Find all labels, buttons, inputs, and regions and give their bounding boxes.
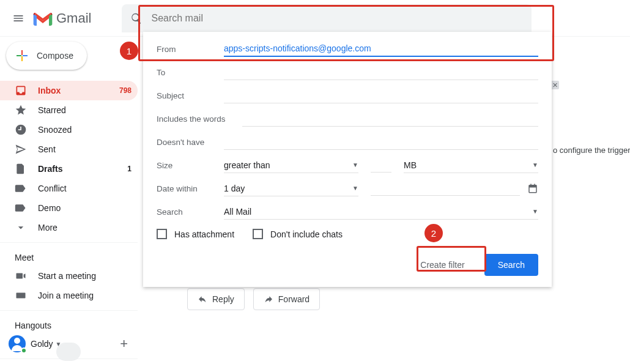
advanced-search-panel: From To Subject Includes the words Doesn… [143,32,552,287]
from-input[interactable] [224,41,538,57]
gmail-logo[interactable]: Gmail [33,10,91,26]
nav-demo[interactable]: Demo [0,198,138,218]
doesnt-have-input[interactable] [224,135,538,150]
size-unit-select[interactable]: MB▼ [404,158,538,173]
compose-button[interactable]: Compose [6,42,87,70]
includes-label: Includes the words [157,114,242,124]
main-menu-button[interactable] [6,6,31,31]
hangouts-chat-icon[interactable] [56,343,81,361]
chevron-down-icon [15,221,27,234]
chip-close-icon[interactable]: ✕ [550,81,559,89]
size-operator-select[interactable]: greater than▼ [224,158,358,173]
subject-input[interactable] [224,88,538,103]
nav-more[interactable]: More [0,218,138,237]
chevron-down-icon: ▼ [352,185,358,191]
label-icon [15,202,27,214]
presence-icon [21,347,27,354]
video-icon [15,270,27,282]
date-within-label: Date within [157,184,224,193]
label-icon [15,182,27,195]
checkbox-icon [253,229,263,239]
has-attachment-checkbox[interactable]: Has attachment [157,229,234,239]
search-button[interactable]: Search [484,254,538,276]
search-bar[interactable] [122,4,532,32]
search-input[interactable] [151,13,523,24]
includes-input[interactable] [242,111,538,127]
join-meeting[interactable]: Join a meeting [0,286,138,305]
avatar [9,335,26,352]
nav-drafts[interactable]: Drafts 1 [0,159,138,179]
send-icon [15,143,27,155]
new-conversation-button[interactable]: + [120,336,132,352]
meet-section-title: Meet [0,243,138,266]
star-icon [15,104,27,116]
compose-label: Compose [37,51,73,61]
size-value-input[interactable] [371,158,391,173]
chevron-down-icon: ▼ [352,162,358,168]
reply-button[interactable]: Reply [187,288,245,310]
forward-icon [264,294,273,304]
to-label: To [157,68,224,77]
date-range-select[interactable]: 1 day▼ [224,181,358,196]
date-input[interactable] [371,181,520,196]
nav-sent[interactable]: Sent [0,139,138,159]
forward-button[interactable]: Forward [253,288,320,310]
from-label: From [157,45,224,54]
clock-icon [15,124,27,136]
search-in-select[interactable]: All Mail▼ [224,204,538,220]
exclude-chats-checkbox[interactable]: Don't include chats [253,229,343,239]
gmail-icon [33,11,53,26]
start-meeting[interactable]: Start a meeting [0,266,138,286]
plus-icon [15,48,29,63]
calendar-icon[interactable] [527,183,538,194]
to-input[interactable] [224,65,538,80]
checkbox-icon [157,229,167,239]
inbox-icon [15,84,27,97]
reply-icon [198,294,207,304]
hangouts-section-title: Hangouts [0,311,138,334]
chevron-down-icon: ▼ [532,208,538,215]
search-icon [130,12,143,24]
nav-snoozed[interactable]: Snoozed [0,120,138,139]
search-in-label: Search [157,207,224,217]
file-icon [15,163,27,175]
gmail-brand-text: Gmail [56,10,91,26]
nav-inbox[interactable]: Inbox 798 [0,81,138,100]
doesnt-have-label: Doesn't have [157,138,224,147]
create-filter-button[interactable]: Create filter [410,254,474,276]
keyboard-icon [15,289,27,302]
nav-conflict[interactable]: Conflict [0,179,138,198]
subject-label: Subject [157,91,224,100]
chevron-down-icon: ▼ [532,162,538,168]
email-body-snippet: o configure the triggers fo [553,146,630,155]
nav-starred[interactable]: Starred [0,100,138,120]
size-label: Size [157,161,224,170]
